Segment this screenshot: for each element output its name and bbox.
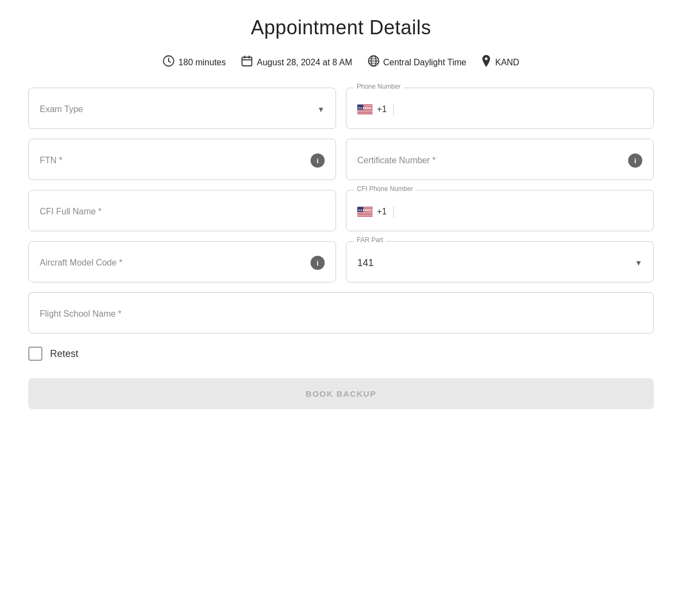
- cfi-full-name-placeholder: CFI Full Name *: [40, 207, 325, 217]
- phone-number-label: Phone Number: [354, 83, 404, 90]
- ftn-field[interactable]: FTN * i: [28, 139, 336, 180]
- ftn-placeholder: FTN *: [40, 156, 311, 165]
- cfi-phone-field-inner: ★★★★★★ +1: [357, 206, 642, 218]
- flight-school-name-placeholder: Flight School Name *: [40, 309, 642, 319]
- far-part-dropdown-arrow: ▼: [635, 258, 642, 267]
- cfi-phone-number-field[interactable]: CFI Phone Number ★★★★★★ +1: [346, 190, 654, 231]
- cfi-phone-divider: [393, 206, 394, 218]
- phone-divider: [393, 103, 394, 115]
- retest-label: Retest: [50, 348, 78, 360]
- svg-text:★★★★★★: ★★★★★★: [358, 106, 371, 109]
- page-title: Appointment Details: [22, 16, 660, 39]
- svg-rect-18: [357, 111, 373, 112]
- cfi-phone-number-input[interactable]: [400, 207, 642, 217]
- meta-bar: 180 minutes August 28, 2024 at 8 AM Cent…: [22, 54, 660, 70]
- exam-type-dropdown-arrow: ▼: [317, 105, 325, 114]
- exam-type-field[interactable]: Exam Type ▼: [28, 88, 336, 129]
- svg-rect-3: [242, 57, 252, 66]
- us-flag-icon: ★★★★★★: [357, 104, 373, 114]
- phone-number-field[interactable]: Phone Number ★★★★★★ +1: [346, 88, 654, 129]
- location-text: KAND: [495, 58, 519, 67]
- exam-type-placeholder: Exam Type: [40, 104, 317, 114]
- ftn-info-icon[interactable]: i: [311, 153, 325, 168]
- location-pin-icon: [481, 54, 491, 70]
- meta-datetime: August 28, 2024 at 8 AM: [241, 55, 352, 70]
- phone-field-inner: ★★★★★★ +1: [357, 103, 642, 115]
- appointment-form: Exam Type ▼ Phone Number ★★★★★★ +1 FTN *: [28, 88, 654, 334]
- phone-number-input[interactable]: [400, 104, 642, 114]
- retest-section: Retest: [28, 347, 654, 361]
- svg-rect-28: [357, 215, 373, 215]
- book-backup-button[interactable]: BOOK BACKUP: [28, 378, 654, 409]
- aircraft-model-code-field[interactable]: Aircraft Model Code * i: [28, 241, 336, 282]
- calendar-icon: [241, 55, 253, 70]
- certificate-number-placeholder: Certificate Number *: [357, 156, 628, 165]
- svg-text:★★★★★★: ★★★★★★: [358, 208, 371, 212]
- cfi-us-flag-icon: ★★★★★★: [357, 207, 373, 217]
- far-part-value: 141: [357, 257, 635, 269]
- svg-rect-26: [357, 212, 373, 213]
- meta-location: KAND: [481, 54, 519, 70]
- cfi-phone-country-code: +1: [377, 207, 387, 217]
- meta-timezone: Central Daylight Time: [368, 55, 467, 70]
- far-part-label: FAR Part: [354, 236, 386, 244]
- certificate-number-field[interactable]: Certificate Number * i: [346, 139, 654, 180]
- clock-icon: [163, 55, 175, 70]
- svg-rect-17: [357, 110, 373, 110]
- globe-icon: [368, 55, 380, 70]
- meta-duration: 180 minutes: [163, 55, 226, 70]
- phone-country-code: +1: [377, 104, 387, 114]
- flight-school-name-field[interactable]: Flight School Name *: [28, 292, 654, 334]
- far-part-field[interactable]: FAR Part 141 ▼: [346, 241, 654, 282]
- retest-checkbox[interactable]: [28, 347, 42, 361]
- aircraft-model-code-placeholder: Aircraft Model Code *: [40, 258, 311, 268]
- svg-rect-27: [357, 213, 373, 214]
- duration-text: 180 minutes: [178, 58, 226, 67]
- datetime-text: August 28, 2024 at 8 AM: [257, 58, 352, 67]
- cfi-phone-number-label: CFI Phone Number: [354, 185, 416, 193]
- timezone-text: Central Daylight Time: [383, 58, 467, 67]
- svg-point-12: [485, 58, 488, 60]
- cfi-full-name-field[interactable]: CFI Full Name *: [28, 190, 336, 231]
- svg-line-2: [169, 61, 171, 63]
- aircraft-model-code-info-icon[interactable]: i: [311, 256, 325, 270]
- certificate-number-info-icon[interactable]: i: [628, 153, 642, 168]
- svg-rect-19: [357, 113, 373, 113]
